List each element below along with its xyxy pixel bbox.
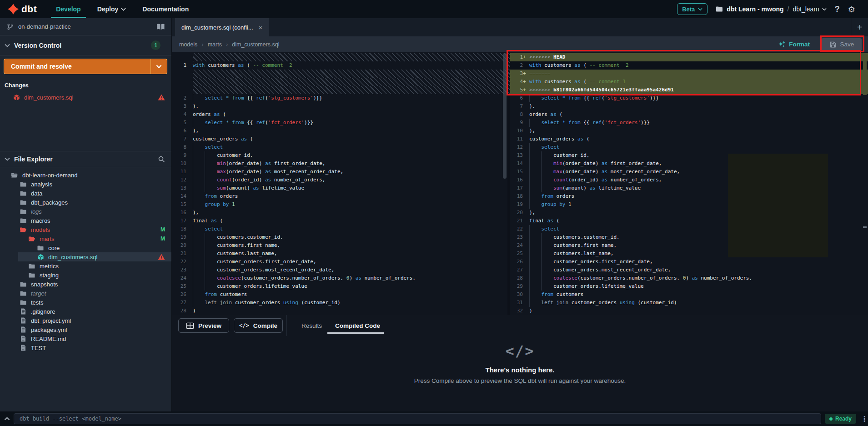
settings-gear-icon[interactable]: ⚙ (848, 5, 855, 14)
diff-add-sign (523, 110, 527, 119)
version-control-title: Version Control (14, 42, 147, 49)
line-number: 11 (172, 168, 191, 176)
code-line-11: 11 max(order_date) as most_recent_order_… (172, 168, 507, 176)
preview-button[interactable]: Preview (178, 318, 229, 333)
tree-item-models[interactable]: modelsM (0, 225, 171, 234)
code-line-11: 11customer_orders as ( (510, 135, 868, 143)
kebab-menu-icon[interactable]: ⋮ (861, 415, 868, 423)
changed-file-row[interactable]: dim_customers.sql (0, 92, 171, 102)
save-button[interactable]: Save (822, 38, 862, 51)
line-number: 15 (510, 168, 523, 176)
tree-item-core[interactable]: core (0, 243, 171, 252)
tree-item-label: models (31, 226, 156, 233)
new-tab-button[interactable]: + (851, 18, 868, 36)
commit-and-resolve-button[interactable]: Commit and resolve (4, 59, 167, 74)
version-control-header[interactable]: Version Control 1 (0, 35, 171, 55)
line-number: 16 (172, 209, 191, 217)
tree-item-label: TEST (31, 345, 165, 351)
tree-item-packages-yml[interactable]: packages.yml (0, 325, 171, 334)
diff-add-sign (523, 119, 527, 127)
compile-button[interactable]: </> Compile (234, 318, 283, 333)
tree-item-metrics[interactable]: metrics (0, 261, 171, 271)
git-branch-selector[interactable]: on-demand-practice (0, 18, 171, 35)
tree-item-logs[interactable]: logs (0, 207, 171, 216)
tree-item-label: README.md (31, 336, 165, 342)
line-number: 9 (510, 119, 523, 127)
help-icon[interactable]: ? (835, 5, 840, 14)
tree-item-marts[interactable]: martsM (0, 234, 171, 243)
tree-item-dbt-learn-on-demand[interactable]: dbt-learn-on-demand (0, 170, 171, 180)
code-line-27: 27 left join customer_orders using (cust… (172, 299, 507, 307)
code-line-4: 4+with customers as ( -- comment 1 (510, 78, 868, 86)
code-line-22: 22 customer_orders.first_order_date, (172, 258, 507, 266)
tree-item-label: logs (31, 208, 165, 215)
code-line-12: 12 select (510, 143, 868, 151)
tree-item-dbt-packages[interactable]: dbt_packages (0, 198, 171, 207)
search-icon[interactable] (158, 155, 165, 163)
breadcrumb-marts[interactable]: marts (208, 41, 222, 48)
status-label: Ready (835, 416, 852, 422)
empty-state: </> There's nothing here. Press Compile … (172, 342, 868, 384)
code-line-27: 27 customer_orders.most_recent_order_dat… (510, 266, 868, 274)
tree-item-macros[interactable]: macros (0, 216, 171, 225)
tree-item-tests[interactable]: tests (0, 298, 171, 307)
format-button[interactable]: Format (778, 41, 810, 48)
save-label: Save (840, 41, 854, 48)
code-line-16: 16), (172, 209, 507, 217)
breadcrumb-models[interactable]: models (179, 41, 197, 48)
git-branch-icon (6, 23, 14, 30)
dbt-command-input[interactable] (14, 413, 821, 424)
line-number: 10 (172, 160, 191, 168)
line-number: 21 (510, 217, 523, 225)
project-selector[interactable]: dbt Learn - mwong / dbt_learn (716, 5, 827, 13)
diff-add-sign (523, 94, 527, 102)
code-line-14: 14 from orders (172, 192, 507, 200)
folder-open-icon (28, 235, 35, 242)
nav-item-documentation[interactable]: Documentation (137, 0, 194, 18)
tree-item-label: metrics (40, 263, 165, 270)
docs-book-icon[interactable] (156, 23, 165, 30)
tree-item-dbt-project-yml[interactable]: dbt_project.yml (0, 316, 171, 325)
repo-selector[interactable]: dbt_learn (793, 5, 826, 13)
file-explorer-header[interactable]: File Explorer (0, 151, 171, 167)
line-number: 12 (172, 176, 191, 184)
tree-item-analysis[interactable]: analysis (0, 180, 171, 189)
commit-dropdown-toggle[interactable] (151, 59, 167, 74)
editor-pane-working[interactable]: 1with customers as ( -- comment 22 selec… (172, 52, 507, 315)
diff-add-sign (523, 217, 527, 225)
chevron-down-icon (822, 5, 827, 13)
tab-dim-customers[interactable]: dim_customers.sql (confli... × (175, 18, 269, 36)
tab-results[interactable]: Results (301, 319, 322, 332)
breadcrumb-file[interactable]: dim_customers.sql (232, 41, 279, 48)
line-number: 29 (510, 282, 523, 291)
tree-item-staging[interactable]: staging (0, 271, 171, 280)
code-line-10: 10 min(order_date) as first_order_date, (172, 160, 507, 168)
beta-dropdown[interactable]: Beta (677, 3, 707, 15)
code-line-28: 28) (172, 307, 507, 315)
save-floppy-icon (829, 41, 837, 48)
tree-item-target[interactable]: target (0, 289, 171, 298)
commit-button-label[interactable]: Commit and resolve (4, 59, 151, 74)
tree-item--gitignore[interactable]: .gitignore (0, 307, 171, 316)
warning-icon (158, 253, 165, 261)
tree-item-snapshots[interactable]: snapshots (0, 280, 171, 289)
diff-add-sign (523, 209, 527, 217)
dbt-logo[interactable]: dbt (0, 0, 37, 18)
tree-item-data[interactable]: data (0, 189, 171, 198)
left-scrollbar-thumb[interactable] (503, 53, 507, 179)
code-line-17: 17final as ( (172, 217, 507, 225)
tree-item-test[interactable]: TEST (0, 343, 171, 352)
tree-item-dim-customers-sql[interactable]: dim_customers.sql (0, 252, 171, 261)
tab-compiled-code[interactable]: Compiled Code (335, 319, 380, 332)
nav-item-deploy[interactable]: Deploy (92, 0, 131, 18)
tree-item-label: dbt_project.yml (31, 317, 165, 324)
navbar-right: Beta dbt Learn - mwong / dbt_learn ? ⚙ (677, 0, 868, 18)
close-icon[interactable]: × (259, 24, 263, 31)
diff-add-sign (523, 135, 527, 143)
nav-item-develop[interactable]: Develop (51, 0, 85, 18)
diff-add-sign (523, 168, 527, 176)
code-line-30: 30 from customers (510, 291, 868, 299)
model-cube-icon (13, 94, 20, 101)
tree-item-readme-md[interactable]: README.md (0, 334, 171, 343)
expand-panel-chevron[interactable] (0, 417, 14, 421)
